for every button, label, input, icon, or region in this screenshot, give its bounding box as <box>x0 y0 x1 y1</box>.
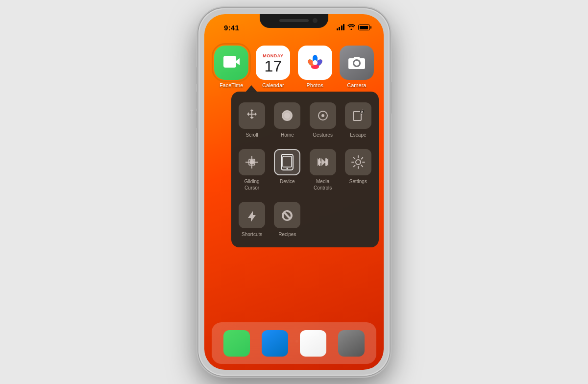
shortcuts-icon-bg <box>239 202 265 228</box>
context-menu: Scroll Home <box>231 92 379 247</box>
menu-item-gestures[interactable]: Gestures <box>306 97 340 142</box>
dock <box>212 322 376 364</box>
menu-row-3: Shortcuts Recipes <box>235 197 375 241</box>
svg-point-8 <box>313 60 318 65</box>
phone-frame: 9:41 <box>198 8 390 376</box>
recipes-label: Recipes <box>278 231 296 238</box>
phone-screen: 9:41 <box>204 14 384 370</box>
calendar-label: Calendar <box>262 82 284 88</box>
scroll-label: Scroll <box>246 132 258 138</box>
app-grid: FaceTime Monday 17 Calendar <box>212 46 376 88</box>
dock-icon-2[interactable] <box>262 330 288 357</box>
shortcuts-label: Shortcuts <box>242 231 262 238</box>
home-icon-bg <box>274 102 300 129</box>
settings-label: Settings <box>349 178 367 185</box>
camera-icon-bg <box>340 46 374 80</box>
settings-icon-bg <box>345 149 371 175</box>
app-facetime[interactable]: FaceTime <box>214 46 248 88</box>
menu-row-1: Scroll Home <box>235 97 375 142</box>
device-icon-bg <box>274 149 300 175</box>
menu-item-home[interactable]: Home <box>270 97 304 142</box>
escape-icon-bg <box>345 102 371 129</box>
svg-rect-13 <box>353 112 361 120</box>
dock-icon-4[interactable] <box>338 330 365 357</box>
menu-item-settings[interactable]: Settings <box>342 144 375 195</box>
menu-item-recipes[interactable]: Recipes <box>270 197 304 241</box>
gestures-icon-bg <box>310 102 336 129</box>
svg-point-12 <box>321 114 324 117</box>
gestures-label: Gestures <box>313 132 333 138</box>
speaker <box>279 19 309 22</box>
wifi-icon <box>347 24 355 31</box>
app-camera[interactable]: Camera <box>340 46 374 88</box>
callout-arrow <box>245 85 257 92</box>
escape-label: Escape <box>350 132 366 138</box>
menu-row-2: GlidingCursor Device <box>235 144 375 195</box>
calendar-icon: Monday 17 <box>256 46 290 80</box>
menu-item-device[interactable]: Device <box>270 144 304 195</box>
scene: 9:41 <box>0 0 588 384</box>
svg-rect-24 <box>283 156 292 167</box>
calendar-date: 17 <box>265 58 282 74</box>
svg-rect-30 <box>319 158 320 166</box>
svg-point-25 <box>287 168 288 169</box>
app-calendar[interactable]: Monday 17 Calendar <box>256 46 290 88</box>
svg-rect-22 <box>250 160 254 164</box>
battery-icon <box>358 24 370 30</box>
menu-item-escape[interactable]: Escape <box>342 97 375 142</box>
media-controls-icon-bg <box>310 149 336 175</box>
app-photos[interactable]: Photos <box>298 46 332 88</box>
status-time: 9:41 <box>224 24 239 32</box>
gliding-cursor-label: GlidingCursor <box>245 178 260 191</box>
menu-item-gliding-cursor[interactable]: GlidingCursor <box>235 144 269 195</box>
gliding-cursor-icon-bg <box>239 149 265 175</box>
device-label: Device <box>280 178 295 185</box>
photos-icon <box>298 46 332 80</box>
status-icons <box>337 24 370 31</box>
dock-icon-1[interactable] <box>223 330 250 357</box>
menu-item-shortcuts[interactable]: Shortcuts <box>235 197 269 241</box>
media-controls-label: MediaControls <box>314 178 332 191</box>
recipes-icon-bg <box>274 202 300 228</box>
menu-item-media-controls[interactable]: MediaControls <box>306 144 340 195</box>
scroll-icon-bg <box>239 102 265 129</box>
home-label: Home <box>281 132 294 138</box>
facetime-icon <box>214 46 248 80</box>
front-camera <box>313 18 318 23</box>
notch <box>260 14 328 28</box>
facetime-label: FaceTime <box>220 82 244 88</box>
svg-point-10 <box>284 113 290 119</box>
svg-point-31 <box>356 160 361 165</box>
menu-item-scroll[interactable]: Scroll <box>235 97 269 142</box>
dock-icon-3[interactable] <box>300 330 326 357</box>
photos-label: Photos <box>307 82 323 88</box>
signal-icon <box>337 24 345 30</box>
camera-label: Camera <box>347 82 366 88</box>
